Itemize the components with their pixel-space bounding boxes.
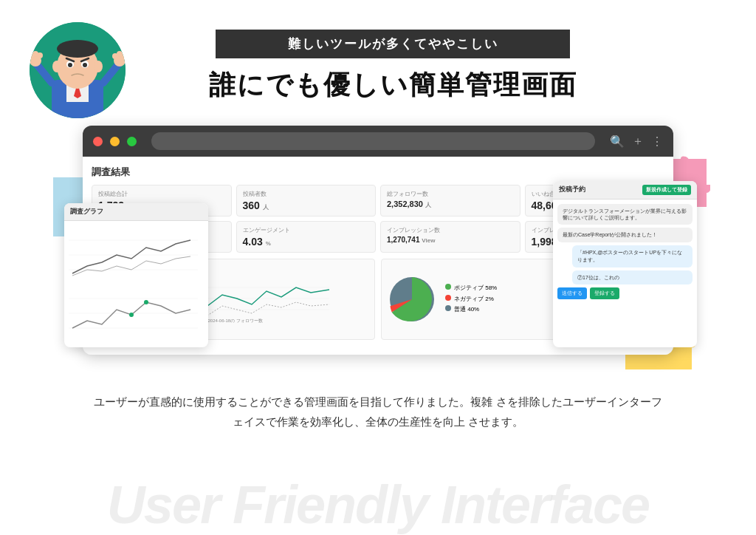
header-row: 難しいツールが多くてややこしい 誰にでも優しい簡単管理画面: [0, 22, 756, 118]
browser-dot-green[interactable]: [127, 137, 137, 146]
negative-legend: ネガティブ 2%: [445, 294, 497, 304]
browser-dot-red[interactable]: [93, 137, 103, 146]
plus-icon[interactable]: ＋: [632, 134, 644, 149]
stat-value-6: 1,270,741 View: [387, 236, 514, 244]
rrw-header: 投稿予約 新規作成して登録: [553, 181, 697, 200]
rrw-send-button[interactable]: 送信する: [557, 287, 587, 299]
menu-icon[interactable]: ⋮: [651, 134, 663, 149]
description-section: ユーザーが直感的に使用することができる管理画面を目指して作りました。複雑 さを排…: [0, 392, 756, 432]
dashboard-title: 調査結果: [92, 166, 664, 179]
svg-point-8: [94, 61, 103, 72]
svg-point-37: [144, 300, 148, 304]
stat-card-impressions: インプレッション数 1,270,741 View: [380, 221, 520, 253]
search-icon[interactable]: 🔍: [610, 134, 625, 149]
stat-value-1: 360 人: [243, 200, 370, 211]
chat-message-1: デジタルトランスフォーメーションが業界に与える影響について詳しくご説明します。: [557, 204, 693, 225]
left-chart-svg: [69, 225, 198, 281]
stat-card-followers: 総フォロワー数 2,352,830 人: [380, 185, 520, 217]
stat-label-6: インプレッション数: [387, 226, 514, 234]
browser-search-bar[interactable]: [151, 132, 595, 150]
stat-card-engagement: エンゲージメント 4.03 %: [236, 221, 377, 253]
problem-banner: 難しいツールが多くてややこしい: [216, 30, 570, 58]
positive-legend: ポジティブ 58%: [445, 283, 497, 293]
svg-text:8-2024-06-18の フォロワー数: 8-2024-06-18の フォロワー数: [204, 318, 263, 323]
main-title: 誰にでも優しい簡単管理画面: [209, 67, 577, 103]
svg-point-21: [37, 52, 43, 58]
sentiment-pie-chart: [386, 273, 438, 325]
chat-message-4: ⑦17位は、これの: [572, 270, 693, 285]
stat-label-1: 投稿者数: [243, 190, 370, 198]
sentiment-legend: ポジティブ 58% ネガティブ 2% 普通 40%: [445, 283, 497, 315]
rrw-body: デジタルトランスフォーメーションが業界に与える影響について詳しくご説明します。 …: [553, 200, 697, 304]
svg-point-7: [52, 61, 61, 72]
lcw-body: [64, 221, 208, 347]
stat-card-posters: 投稿者数 360 人: [236, 185, 377, 217]
mockup-area: 🔍 ＋ ⋮ 調査結果 投稿総合計 1,732 件 投稿者数 360 人: [46, 126, 710, 377]
svg-point-11: [68, 63, 72, 67]
rrw-title: 投稿予約: [559, 185, 585, 195]
chat-message-3: 「#HPX,@ポスターのスタートUPを下々になります。: [572, 245, 693, 268]
chat-message-2: 最新のCase学Reportが公開されました！: [557, 228, 693, 242]
top-section: 難しいツールが多くてややこしい 誰にでも優しい簡単管理画面: [0, 0, 756, 432]
browser-bar: 🔍 ＋ ⋮: [83, 126, 673, 157]
stat-label-5: エンゲージメント: [243, 226, 370, 234]
stat-label-2: 総フォロワー数: [387, 190, 514, 198]
neutral-legend: 普通 40%: [445, 304, 497, 315]
svg-point-12: [83, 63, 87, 67]
right-report-window: 投稿予約 新規作成して登録 デジタルトランスフォーメーションが業界に与える影響に…: [553, 181, 697, 347]
character-circle: [30, 22, 126, 118]
svg-point-36: [129, 313, 134, 317]
stat-label-0: 投稿総合計: [98, 190, 225, 198]
stat-value-2: 2,352,830 人: [387, 200, 514, 209]
description-text: ユーザーが直感的に使用することができる管理画面を目指して作りました。複雑 さを排…: [89, 392, 667, 432]
lcw-header: 調査グラフ: [64, 203, 208, 221]
left-chart-svg-2: [69, 284, 198, 339]
header-content: 難しいツールが多くてややこしい 誰にでも優しい簡単管理画面: [140, 30, 645, 103]
character-illustration: [30, 22, 126, 118]
browser-dot-yellow[interactable]: [110, 137, 120, 146]
rrw-register-button[interactable]: 登録する: [590, 287, 619, 299]
left-chart-window: 調査グラフ: [64, 203, 208, 347]
rrw-new-button[interactable]: 新規作成して登録: [642, 185, 691, 195]
stat-value-5: 4.03 %: [243, 236, 370, 248]
rrw-button-row: 送信する 登録する: [557, 287, 693, 299]
watermark-text: User Friendly Interface: [0, 474, 756, 535]
svg-point-6: [57, 40, 98, 58]
